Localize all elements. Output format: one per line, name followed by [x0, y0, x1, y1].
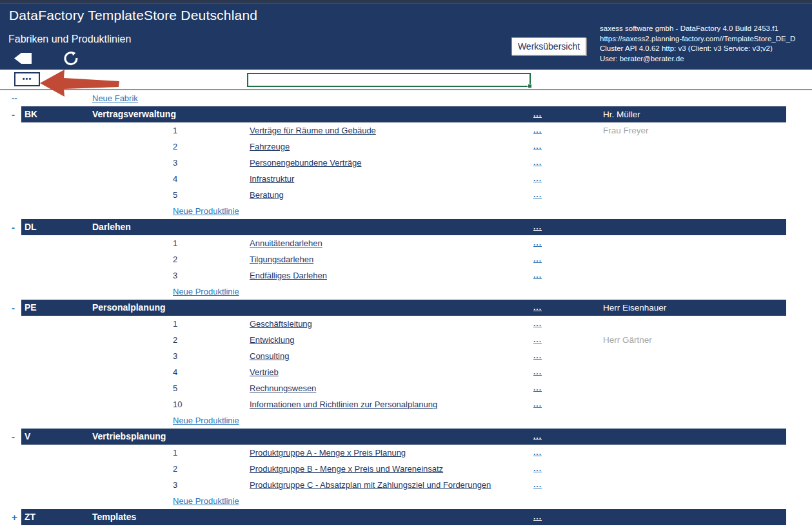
line-menu-link[interactable]: ...: [533, 316, 542, 332]
line-menu-link[interactable]: ...: [533, 332, 542, 348]
product-line-link[interactable]: Entwicklung: [250, 332, 294, 348]
line-number: 4: [173, 364, 177, 380]
line-menu-link[interactable]: ...: [533, 139, 542, 155]
factory-name: Templates: [92, 509, 136, 525]
product-line-link[interactable]: Infrastruktur: [250, 171, 294, 187]
line-menu-link[interactable]: ...: [533, 380, 542, 396]
product-line-row: 4Vertrieb...: [0, 364, 812, 380]
factory-row: +ZTTemplates...: [0, 509, 812, 525]
factory-menu-link[interactable]: ...: [533, 300, 542, 316]
product-line-link[interactable]: Produktgruppe C - Absatzplan mit Zahlung…: [250, 477, 491, 493]
collapse-toggle[interactable]: -: [12, 300, 15, 316]
factory-menu-link[interactable]: ...: [533, 429, 542, 445]
line-number: 3: [173, 267, 177, 284]
line-number: 2: [173, 461, 177, 477]
product-line-link[interactable]: Informationen und Richtlinien zur Person…: [250, 396, 437, 412]
werksuebersicht-button[interactable]: Werksübersicht: [511, 37, 586, 55]
line-number: 3: [173, 477, 177, 493]
line-menu-link[interactable]: ...: [533, 445, 542, 461]
line-menu-link[interactable]: ...: [533, 477, 542, 493]
product-line-link[interactable]: Verträge für Räume und Gebäude: [250, 122, 376, 139]
collapse-toggle[interactable]: -: [12, 106, 15, 122]
product-line-row: 1Geschäftsleitung...: [0, 316, 812, 332]
product-line-link[interactable]: Geschäftsleitung: [250, 316, 312, 332]
product-line-link[interactable]: Vertrieb: [250, 364, 279, 380]
line-menu-link[interactable]: ...: [533, 364, 542, 380]
line-number: 1: [173, 316, 177, 332]
product-line-link[interactable]: Produktgruppe A - Menge x Preis Planung: [250, 445, 406, 461]
product-line-link[interactable]: Beratung: [250, 187, 284, 203]
factory-name: Personalplanung: [92, 300, 166, 316]
line-number: 2: [173, 251, 177, 267]
factory-name: Vertragsverwaltung: [92, 106, 176, 122]
collapse-toggle[interactable]: +: [12, 509, 17, 525]
product-line-link[interactable]: Annuitätendarlehen: [250, 235, 322, 251]
product-line-row: 4Infrastruktur...: [0, 171, 812, 187]
factory-name: Vertriebsplanung: [92, 429, 166, 445]
factory-menu-link[interactable]: ...: [533, 106, 542, 122]
line-number: 5: [173, 380, 177, 396]
product-line-row: 1Produktgruppe A - Menge x Preis Planung…: [0, 445, 812, 461]
line-menu-link[interactable]: ...: [533, 122, 542, 139]
factory-row: -PEPersonalplanung...Herr Eisenhauer: [0, 300, 812, 316]
factory-bar: [21, 219, 786, 235]
line-menu-link[interactable]: ...: [533, 155, 542, 171]
menu-dots-button[interactable]: •••: [14, 72, 40, 86]
product-line-link[interactable]: Consulting: [250, 348, 289, 364]
product-line-row: 3Endfälliges Darlehen...: [0, 267, 812, 284]
line-number: 3: [173, 348, 177, 364]
system-info-line: saxess software gmbh - DataFactory 4.0 B…: [600, 24, 795, 34]
factory-code: ZT: [25, 509, 35, 525]
product-line-link[interactable]: Produktgruppe B - Menge x Preis und Ware…: [250, 461, 443, 477]
collapse-toggle[interactable]: -: [12, 219, 15, 235]
factory-menu-link[interactable]: ...: [533, 219, 542, 235]
line-menu-link[interactable]: ...: [533, 171, 542, 187]
line-menu-link[interactable]: ...: [533, 348, 542, 364]
product-line-row: 5Rechnungswesen...: [0, 380, 812, 396]
new-product-line-link[interactable]: Neue Produktlinie: [173, 412, 239, 429]
line-number: 1: [173, 445, 177, 461]
cell-fill-handle[interactable]: [528, 84, 532, 88]
product-line-row: 2Entwicklung...Herr Gärtner: [0, 332, 812, 348]
app-title: DataFactory TemplateStore Deutschland: [9, 8, 257, 23]
line-number: 1: [173, 235, 177, 251]
line-number: 5: [173, 187, 177, 203]
product-line-link[interactable]: Rechnungswesen: [250, 380, 316, 396]
new-product-line-link[interactable]: Neue Produktlinie: [173, 203, 239, 219]
factory-manager: Hr. Müller: [603, 106, 640, 122]
root-collapse-toggle[interactable]: --: [12, 90, 17, 106]
factory-menu-link[interactable]: ...: [533, 509, 542, 525]
back-arrow-icon[interactable]: [14, 53, 32, 64]
factory-code: BK: [25, 106, 37, 122]
line-number: 4: [173, 171, 177, 187]
product-line-row: 3Personengebundene Verträge...: [0, 155, 812, 171]
line-menu-link[interactable]: ...: [533, 396, 542, 412]
system-info-line: Cluster API 4.0.62 http: v3 (Client: v3 …: [600, 44, 795, 54]
line-menu-link[interactable]: ...: [533, 267, 542, 284]
new-product-line-link[interactable]: Neue Produktlinie: [173, 284, 239, 300]
product-line-row: 10Informationen und Richtlinien zur Pers…: [0, 396, 812, 412]
product-line-link[interactable]: Fahrzeuge: [250, 139, 290, 155]
refresh-icon[interactable]: [63, 51, 79, 66]
collapse-toggle[interactable]: -: [12, 429, 15, 445]
line-menu-link[interactable]: ...: [533, 251, 542, 267]
product-line-row: 2Tilgungsdarlehen...: [0, 251, 812, 267]
line-number: 1: [173, 122, 177, 139]
root-row: -- Neue Fabrik: [0, 90, 812, 106]
system-info: saxess software gmbh - DataFactory 4.0 B…: [600, 24, 795, 64]
new-product-line-row: Neue Produktlinie: [0, 203, 812, 219]
product-line-row: 3Consulting...: [0, 348, 812, 364]
line-number: 10: [173, 396, 182, 412]
new-product-line-link[interactable]: Neue Produktlinie: [173, 493, 239, 509]
product-line-link[interactable]: Personengebundene Verträge: [250, 155, 361, 171]
product-line-link[interactable]: Tilgungsdarlehen: [250, 251, 313, 267]
product-line-link[interactable]: Endfälliges Darlehen: [250, 267, 327, 284]
factory-code: PE: [25, 300, 37, 316]
factory-code: DL: [25, 219, 37, 235]
line-menu-link[interactable]: ...: [533, 187, 542, 203]
new-factory-link[interactable]: Neue Fabrik: [92, 90, 138, 106]
line-number: 3: [173, 155, 177, 171]
line-menu-link[interactable]: ...: [533, 235, 542, 251]
excel-cell-selection[interactable]: [247, 73, 531, 87]
line-menu-link[interactable]: ...: [533, 461, 542, 477]
